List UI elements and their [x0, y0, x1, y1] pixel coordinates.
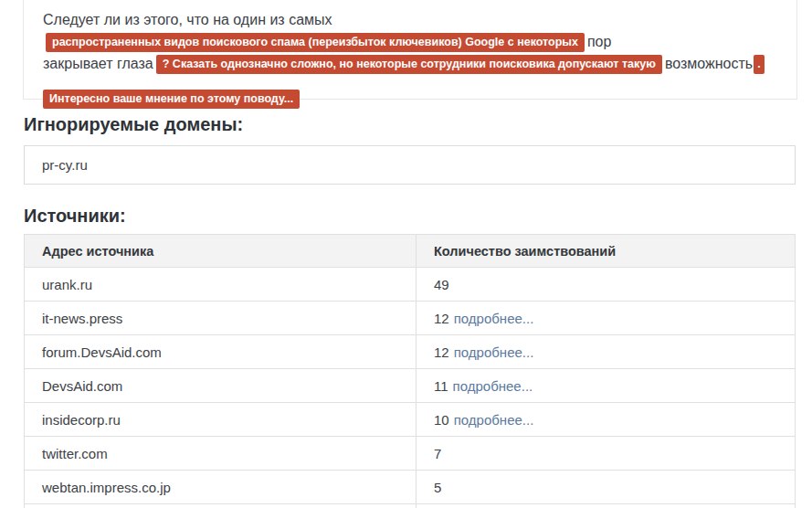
table-row: urank.ru 49: [25, 268, 796, 302]
table-header-row: Адрес источника Количество заимствований: [25, 235, 796, 268]
plain-text: закрывает глаза: [43, 56, 153, 71]
borrow-count: 11: [434, 378, 448, 394]
plain-text: пор: [587, 34, 611, 49]
table-row: it-news.press 12подробнее...: [25, 302, 796, 335]
details-link[interactable]: подробнее...: [453, 378, 533, 394]
column-header-count: Количество заимствований: [417, 235, 796, 268]
text-line-3: Интересно ваше мнение по этому поводу...: [43, 88, 778, 110]
borrow-count: 7: [434, 446, 441, 461]
ignored-domains-field[interactable]: pr-cy.ru: [24, 145, 796, 185]
ignored-domain-value: pr-cy.ru: [42, 157, 88, 173]
table-row: webtan.impress.co.jp 5: [25, 471, 796, 504]
checked-text-block: Следует ли из этого, что на один из самы…: [23, 0, 797, 100]
source-address: webtan.impress.co.jp: [25, 471, 417, 504]
source-address: it-news.press: [25, 302, 417, 335]
source-address: urank.ru: [25, 268, 417, 302]
highlight-fragment: .: [754, 55, 764, 74]
ignored-domains-title: Игнорируемые домены:: [24, 114, 243, 135]
source-address: DevsAid.com: [25, 369, 417, 403]
details-link[interactable]: подробнее...: [454, 311, 534, 326]
details-link[interactable]: подробнее...: [454, 344, 534, 360]
table-row: DevsAid.com 11подробнее...: [25, 369, 796, 403]
highlight-fragment: ? Сказать однозначно сложно, но некоторы…: [156, 55, 662, 74]
table-row-partial: [25, 504, 796, 508]
highlight-fragment: распространенных видов поискового спама …: [46, 33, 585, 52]
column-header-address: Адрес источника: [25, 235, 417, 268]
sources-title: Источники:: [24, 206, 126, 227]
borrow-count: 12: [434, 344, 449, 360]
source-address: forum.DevsAid.com: [25, 335, 417, 369]
source-address: insidecorp.ru: [25, 403, 417, 437]
highlight-fragment: Интересно ваше мнение по этому поводу...: [43, 90, 300, 109]
table-row: insidecorp.ru 10подробнее...: [25, 403, 796, 437]
borrow-count: 12: [434, 311, 449, 326]
plain-text: Следует ли из этого, что на один из самы…: [43, 12, 332, 27]
borrow-count: 49: [434, 277, 449, 292]
table-row: forum.DevsAid.com 12подробнее...: [25, 335, 796, 369]
borrow-count: 10: [434, 412, 449, 428]
text-line-2: закрывает глаза? Сказать однозначно слож…: [43, 53, 778, 75]
sources-table: Адрес источника Количество заимствований…: [24, 234, 796, 508]
table-row: twitter.com 7: [25, 437, 796, 471]
details-link[interactable]: подробнее...: [454, 412, 534, 428]
plain-text: возможность: [665, 56, 753, 71]
source-address: twitter.com: [25, 437, 417, 471]
text-line-1: Следует ли из этого, что на один из самы…: [43, 9, 778, 53]
borrow-count: 5: [434, 480, 441, 495]
